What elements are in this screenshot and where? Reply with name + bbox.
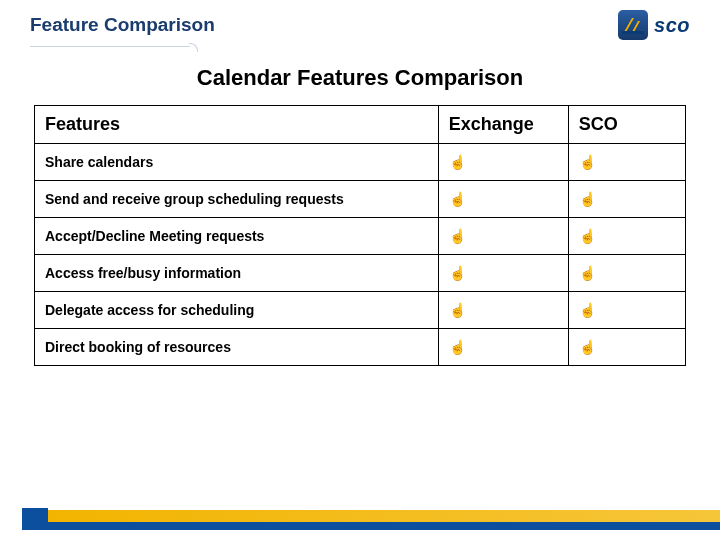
check-icon: ☝ <box>438 144 568 181</box>
feature-cell: Delegate access for scheduling <box>35 292 439 329</box>
comparison-table: Features Exchange SCO Share calendars ☝ … <box>34 105 686 366</box>
feature-cell: Send and receive group scheduling reques… <box>35 181 439 218</box>
check-icon: ☝ <box>438 292 568 329</box>
table-row: Direct booking of resources ☝ ☝ <box>35 329 686 366</box>
table-row: Share calendars ☝ ☝ <box>35 144 686 181</box>
check-icon: ☝ <box>438 329 568 366</box>
col-sco: SCO <box>568 106 685 144</box>
footer-yellow-bar <box>48 510 720 522</box>
check-icon: ☝ <box>568 218 685 255</box>
check-icon: ☝ <box>568 144 685 181</box>
footer-block-icon <box>22 508 48 530</box>
feature-cell: Access free/busy information <box>35 255 439 292</box>
check-icon: ☝ <box>568 292 685 329</box>
check-icon: ☝ <box>568 255 685 292</box>
logo: sco <box>618 10 690 40</box>
table-row: Access free/busy information ☝ ☝ <box>35 255 686 292</box>
header-rule <box>30 46 190 47</box>
check-icon: ☝ <box>568 181 685 218</box>
check-icon: ☝ <box>438 255 568 292</box>
footer-blue-bar <box>48 522 720 530</box>
feature-cell: Accept/Decline Meeting requests <box>35 218 439 255</box>
check-icon: ☝ <box>438 181 568 218</box>
check-icon: ☝ <box>568 329 685 366</box>
table-row: Accept/Decline Meeting requests ☝ ☝ <box>35 218 686 255</box>
feature-cell: Share calendars <box>35 144 439 181</box>
feature-cell: Direct booking of resources <box>35 329 439 366</box>
table-row: Delegate access for scheduling ☝ ☝ <box>35 292 686 329</box>
footer-bars <box>0 506 720 540</box>
sco-logo-icon <box>618 10 648 40</box>
svg-rect-0 <box>622 31 644 34</box>
col-exchange: Exchange <box>438 106 568 144</box>
logo-text: sco <box>654 14 690 37</box>
col-features: Features <box>35 106 439 144</box>
header: Feature Comparison sco <box>0 0 720 46</box>
check-icon: ☝ <box>438 218 568 255</box>
content-title: Calendar Features Comparison <box>0 65 720 91</box>
slide-title: Feature Comparison <box>30 14 215 36</box>
comparison-table-wrap: Features Exchange SCO Share calendars ☝ … <box>0 105 720 366</box>
table-header-row: Features Exchange SCO <box>35 106 686 144</box>
table-row: Send and receive group scheduling reques… <box>35 181 686 218</box>
slide: { "header": { "title": "Feature Comparis… <box>0 0 720 540</box>
